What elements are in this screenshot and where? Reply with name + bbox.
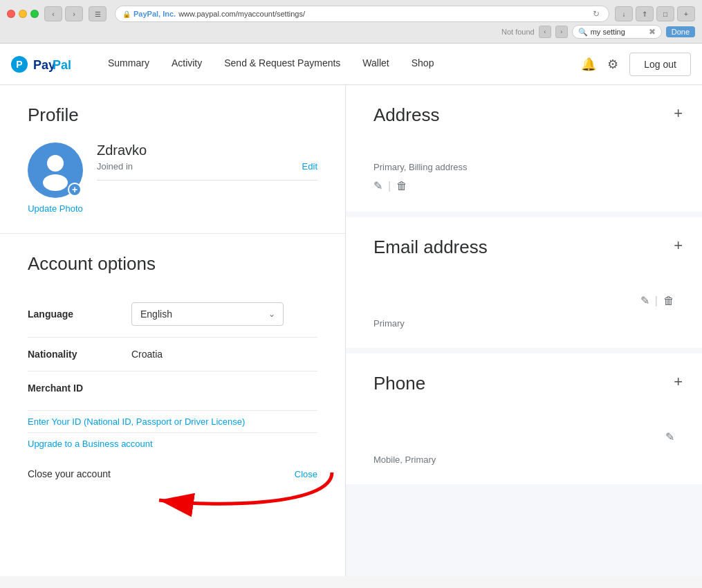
find-search-field[interactable]: 🔍 ✖ [572,25,662,39]
nav-summary[interactable]: Summary [97,44,160,85]
paypal-logo-svg: P Pay Pal [11,55,80,74]
address-section: Address + Primary, Billing address ✎ | 🗑 [346,85,702,217]
merchant-id-label: Merchant ID [28,383,83,399]
download-button[interactable]: ↓ [615,6,633,21]
avatar-add-icon[interactable]: + [68,183,82,196]
nav-links: Summary Activity Send & Request Payments… [97,44,581,85]
share-button[interactable]: ⇑ [636,6,654,21]
edit-address-icon[interactable]: ✎ [373,179,382,192]
avatar: + [28,143,83,198]
email-primary-label: Primary [373,318,674,329]
merchant-id-row: Merchant ID [28,371,317,411]
lock-icon: 🔒 [122,10,131,18]
profile-joined: Joined in [97,161,133,172]
svg-text:Pal: Pal [53,58,71,72]
close-account-label: Close your account [28,468,111,479]
nav-shop[interactable]: Shop [400,44,445,85]
svg-text:P: P [16,59,22,70]
url-company: PayPal, Inc. [133,10,176,18]
avatar-container: + Update Photo [28,143,83,214]
address-title: Address [373,104,674,126]
svg-point-5 [43,174,68,191]
find-next-button[interactable]: › [555,26,568,38]
add-phone-icon[interactable]: + [674,373,683,391]
close-arrow-indicator [152,466,346,535]
tabs-button[interactable]: □ [656,6,674,21]
nav-activity[interactable]: Activity [160,44,213,85]
new-tab-button[interactable]: + [677,6,695,21]
profile-name: Zdravko [97,143,317,158]
url-bar[interactable]: 🔒 PayPal, Inc. www.paypal.com/myaccount/… [115,6,609,22]
back-button[interactable]: ‹ [44,6,62,21]
close-window-button[interactable] [7,10,15,18]
nationality-row: Nationality Croatia [28,338,317,371]
upgrade-link[interactable]: Upgrade to a Business account [28,433,317,454]
settings-icon[interactable]: ⚙ [607,57,618,72]
account-options-section: Account options Language English Croatia… [0,234,345,513]
minimize-window-button[interactable] [19,10,27,18]
add-email-icon[interactable]: + [674,237,683,255]
phone-action-icons: ✎ [373,430,674,443]
profile-title: Profile [28,104,317,126]
nationality-label: Nationality [28,349,131,360]
right-panel: Address + Primary, Billing address ✎ | 🗑… [346,85,702,576]
language-select[interactable]: English Croatian German French Spanish [131,302,284,326]
not-found-label: Not found [501,28,535,36]
language-select-container: English Croatian German French Spanish ⌄ [131,302,284,326]
find-input[interactable] [591,28,646,36]
main-content: Profile + Update Photo Zdravko Jo [0,85,702,576]
language-row: Language English Croatian German French … [28,291,317,338]
search-icon: 🔍 [578,28,588,37]
merchant-id-link[interactable]: Enter Your ID (National ID, Passport or … [28,411,317,433]
url-text: www.paypal.com/myaccount/settings/ [178,10,305,18]
edit-profile-link[interactable]: Edit [302,161,317,172]
profile-section: Profile + Update Photo Zdravko Jo [0,85,345,234]
profile-row: + Update Photo Zdravko Joined in Edit [28,143,317,214]
edit-email-icon[interactable]: ✎ [640,294,649,307]
forward-button[interactable]: › [65,6,83,21]
update-photo-link[interactable]: Update Photo [28,203,83,214]
close-account-row: Close your account Close [28,454,317,493]
phone-meta: Mobile, Primary [373,454,674,465]
find-prev-button[interactable]: ‹ [539,26,551,38]
reader-view-button[interactable]: ☰ [89,6,107,21]
language-label: Language [28,309,131,320]
left-panel: Profile + Update Photo Zdravko Jo [0,85,346,576]
email-action-icons: ✎ | 🗑 [373,294,674,307]
nav-wallet[interactable]: Wallet [351,44,400,85]
logout-button[interactable]: Log out [629,53,691,76]
delete-address-icon[interactable]: 🗑 [396,180,407,192]
svg-point-4 [47,155,64,172]
fullscreen-window-button[interactable] [30,10,39,18]
add-address-icon[interactable]: + [674,104,683,122]
email-action-divider: | [655,295,658,307]
phone-title: Phone [373,373,674,394]
nationality-value: Croatia [131,349,163,360]
profile-info: Zdravko Joined in Edit [97,143,317,181]
edit-phone-icon[interactable]: ✎ [665,430,674,443]
address-action-icons: ✎ | 🗑 [373,179,674,192]
refresh-button[interactable]: ↻ [591,8,602,19]
notifications-icon[interactable]: 🔔 [581,57,596,72]
nav-icons: 🔔 ⚙ [581,57,618,72]
action-divider: | [388,180,391,192]
email-section: Email address + ✎ | 🗑 Primary [346,217,702,353]
delete-email-icon[interactable]: 🗑 [663,295,674,307]
done-button[interactable]: Done [666,26,695,37]
phone-section: Phone + ✎ Mobile, Primary [346,353,702,490]
account-options-title: Account options [28,253,317,275]
nav-send-request[interactable]: Send & Request Payments [213,44,351,85]
paypal-logo[interactable]: P Pay Pal [11,55,80,74]
address-meta: Primary, Billing address [373,162,674,172]
profile-meta: Joined in Edit [97,161,317,181]
clear-search-icon[interactable]: ✖ [649,27,656,37]
email-title: Email address [373,237,674,258]
paypal-navbar: P Pay Pal Summary Activity Send & Reques… [0,44,702,85]
